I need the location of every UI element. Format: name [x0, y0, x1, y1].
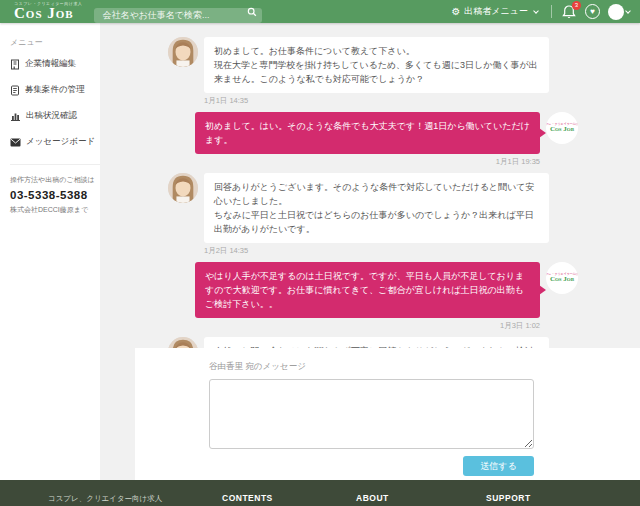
app-window: コスプレ・クリエイター向け求人 Cos Job ⚙ 出稿者メニュー 3 ♥ [0, 0, 640, 506]
sidebar-contact-block: 操作方法や出稿のご相談は 03-5338-5388 株式会社DECCI藤原まで [10, 164, 100, 215]
contact-company: 株式会社DECCI藤原まで [10, 205, 94, 215]
footer-brand-text: コスプレ、クリエイター向け求人 [48, 494, 162, 504]
footer-heading-contents: CONTENTS [222, 493, 273, 503]
cosjob-avatar-text: Cos Job [550, 126, 574, 134]
favorites-button[interactable]: ♥ [585, 4, 600, 19]
search-icon[interactable] [247, 7, 257, 17]
header-search [94, 4, 262, 19]
sidebar-item-company-info[interactable]: 企業情報編集 [10, 58, 100, 70]
avatar-chevron-down-icon[interactable] [625, 8, 631, 14]
message: 初めまして。はい。そのような条件でも大丈夫です！週1日から働いていただけます。 … [195, 112, 540, 167]
message-bubble: やはり人手が不足するのは土日祝です。ですが、平日も人員が不足しておりますので大歓… [195, 262, 540, 318]
message-row-incoming: 突然のお問い合わせにも関わらず丁寧に回答をありがとうございました。検討をさせてい… [168, 337, 578, 348]
chevron-down-icon [533, 8, 539, 14]
gear-icon: ⚙ [451, 7, 460, 17]
search-input[interactable] [94, 8, 262, 23]
message-bubble: 回答ありがとうございます。そのような条件で対応していただけると聞いて安心いたしま… [204, 173, 549, 243]
publisher-menu-label: 出稿者メニュー [464, 5, 528, 18]
message-row-incoming: 初めまして。お仕事条件について教えて下さい。 現在大学と専門学校を掛け持ちしてい… [168, 37, 578, 106]
sidebar-item-label: 企業情報編集 [25, 58, 76, 70]
user-avatar[interactable] [608, 4, 624, 20]
message-row-incoming: 回答ありがとうございます。そのような条件で対応していただけると聞いて安心いたしま… [168, 173, 578, 256]
message: やはり人手が不足するのは土日祝です。ですが、平日も人員が不足しておりますので大歓… [195, 262, 540, 331]
heart-icon: ♥ [590, 8, 595, 16]
message-row-outgoing: 初めまして。はい。そのような条件でも大丈夫です！週1日から働いていただけます。 … [168, 112, 578, 167]
logo-text: Cos Job [14, 6, 82, 21]
page-body: メニュー 企業情報編集 募集案件の管理 [0, 23, 640, 480]
message-bubble: 初めまして。お仕事条件について教えて下さい。 現在大学と専門学校を掛け持ちしてい… [204, 37, 549, 93]
sidebar-item-message-board[interactable]: メッセージボード [10, 136, 100, 148]
sidebar-item-label: 出稿状況確認 [26, 110, 77, 122]
notifications-button[interactable]: 3 [561, 4, 577, 20]
message-timestamp: 1月2日 14:35 [204, 246, 549, 256]
cosjob-avatar: コスプレ・クリエイター向け求人 Cos Job [546, 262, 578, 294]
building-icon [10, 59, 20, 70]
contact-phone-number: 03-5338-5388 [10, 189, 94, 201]
message: 回答ありがとうございます。そのような条件で対応していただけると聞いて安心いたしま… [204, 173, 549, 256]
sidebar-item-label: メッセージボード [26, 136, 95, 148]
cosjob-avatar-text: Cos Job [550, 276, 574, 284]
header-divider [551, 5, 552, 18]
contact-note: 操作方法や出稿のご相談は [10, 175, 94, 185]
envelope-icon [10, 138, 21, 147]
sidebar-item-label: 募集案件の管理 [25, 84, 85, 96]
message-timestamp: 1月3日 1:02 [195, 321, 540, 331]
compose-recipient-label: 谷由香里 宛のメッセージ [209, 361, 534, 373]
compose-section: 谷由香里 宛のメッセージ 送信する [135, 348, 640, 480]
chart-icon [10, 111, 21, 121]
applicant-avatar [168, 173, 198, 203]
document-icon [10, 85, 20, 96]
message: 突然のお問い合わせにも関わらず丁寧に回答をありがとうございました。検討をさせてい… [204, 337, 549, 348]
message-timestamp: 1月1日 19:35 [195, 157, 540, 167]
send-button[interactable]: 送信する [463, 456, 534, 476]
footer: コスプレ、クリエイター向け求人 CONTENTS ABOUT SUPPORT [0, 480, 640, 506]
message-list[interactable]: 初めまして。お仕事条件について教えて下さい。 現在大学と専門学校を掛け持ちしてい… [100, 23, 640, 348]
message-row-outgoing: やはり人手が不足するのは土日祝です。ですが、平日も人員が不足しておりますので大歓… [168, 262, 578, 331]
cosjob-logo[interactable]: コスプレ・クリエイター向け求人 Cos Job [14, 2, 82, 21]
chat-panel: 初めまして。お仕事条件について教えて下さい。 現在大学と専門学校を掛け持ちしてい… [100, 23, 640, 480]
applicant-avatar [168, 337, 198, 348]
notification-badge: 3 [572, 1, 581, 10]
footer-heading-support: SUPPORT [486, 493, 531, 503]
sidebar-item-job-management[interactable]: 募集案件の管理 [10, 84, 100, 96]
message-bubble: 突然のお問い合わせにも関わらず丁寧に回答をありがとうございました。検討をさせてい… [204, 337, 549, 348]
sidebar-menu-label: メニュー [10, 37, 100, 48]
message: 初めまして。お仕事条件について教えて下さい。 現在大学と専門学校を掛け持ちしてい… [204, 37, 549, 106]
publisher-menu-button[interactable]: ⚙ 出稿者メニュー [451, 5, 540, 18]
sidebar: メニュー 企業情報編集 募集案件の管理 [0, 23, 100, 480]
applicant-avatar [168, 37, 198, 67]
sidebar-item-posting-status[interactable]: 出稿状況確認 [10, 110, 100, 122]
cosjob-avatar: コスプレ・クリエイター向け求人 Cos Job [546, 112, 578, 144]
header: コスプレ・クリエイター向け求人 Cos Job ⚙ 出稿者メニュー 3 ♥ [0, 0, 640, 23]
footer-heading-about: ABOUT [356, 493, 389, 503]
message-bubble: 初めまして。はい。そのような条件でも大丈夫です！週1日から働いていただけます。 [195, 112, 540, 154]
message-textarea[interactable] [209, 379, 534, 449]
message-timestamp: 1月1日 14:35 [204, 96, 549, 106]
